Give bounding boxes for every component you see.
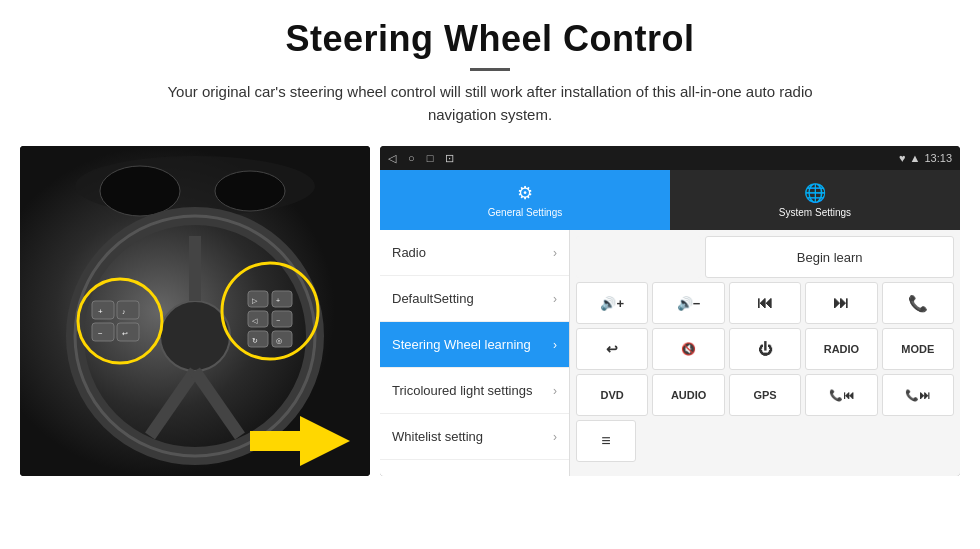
- time-display: 13:13: [924, 152, 952, 164]
- menu-default-label: DefaultSetting: [392, 291, 474, 306]
- menu-nav-icon[interactable]: ⊡: [445, 152, 454, 165]
- dvd-button[interactable]: DVD: [576, 374, 648, 416]
- back-icon: ↩: [606, 341, 618, 357]
- svg-text:−: −: [276, 317, 280, 324]
- vol-down-button[interactable]: 🔊−: [652, 282, 724, 324]
- menu-list: Radio › DefaultSetting › Steering Wheel …: [380, 230, 570, 476]
- grid-row-1: 🔊+ 🔊− ⏮ ⏭ 📞: [576, 282, 954, 324]
- svg-text:+: +: [276, 297, 280, 304]
- gps-label: GPS: [753, 389, 776, 401]
- tab-general-settings[interactable]: ⚙ General Settings: [380, 170, 670, 230]
- content-section: + − ♪ ↩ ▷ + ◁ − ↻ ◎: [0, 136, 980, 549]
- menu-whitelist-label: Whitelist setting: [392, 429, 483, 444]
- radio-button[interactable]: RADIO: [805, 328, 877, 370]
- page-title: Steering Wheel Control: [60, 18, 920, 60]
- vol-up-button[interactable]: 🔊+: [576, 282, 648, 324]
- gps-button[interactable]: GPS: [729, 374, 801, 416]
- menu-item-tricoloured[interactable]: Tricoloured light settings ›: [380, 368, 569, 414]
- main-content: Radio › DefaultSetting › Steering Wheel …: [380, 230, 960, 476]
- mode-button[interactable]: MODE: [882, 328, 954, 370]
- svg-rect-22: [248, 311, 268, 327]
- tab-system-settings[interactable]: 🌐 System Settings: [670, 170, 960, 230]
- svg-rect-21: [272, 291, 292, 307]
- android-panel: ◁ ○ □ ⊡ ♥ ▲ 13:13 ⚙ General Settings: [380, 146, 960, 476]
- audio-label: AUDIO: [671, 389, 706, 401]
- recents-nav-icon[interactable]: □: [427, 152, 434, 164]
- svg-point-6: [160, 301, 230, 371]
- svg-text:↩: ↩: [122, 330, 128, 337]
- signal-icon: ♥: [899, 152, 906, 164]
- back-button[interactable]: ↩: [576, 328, 648, 370]
- svg-rect-20: [248, 291, 268, 307]
- radio-label: RADIO: [824, 343, 859, 355]
- title-divider: [470, 68, 510, 71]
- call-prev-icon: 📞⏮: [829, 389, 854, 402]
- back-nav-icon[interactable]: ◁: [388, 152, 396, 165]
- next-button[interactable]: ⏭: [805, 282, 877, 324]
- home-nav-icon[interactable]: ○: [408, 152, 415, 164]
- call-prev-button[interactable]: 📞⏮: [805, 374, 877, 416]
- menu-button[interactable]: ≡: [576, 420, 636, 462]
- prev-button[interactable]: ⏮: [729, 282, 801, 324]
- begin-learn-button[interactable]: Begin learn: [705, 236, 954, 278]
- svg-rect-23: [272, 311, 292, 327]
- menu-tricoloured-label: Tricoloured light settings: [392, 383, 532, 398]
- menu-item-radio[interactable]: Radio ›: [380, 230, 569, 276]
- status-right: ♥ ▲ 13:13: [899, 152, 952, 164]
- svg-rect-14: [117, 323, 139, 341]
- svg-rect-11: [92, 301, 114, 319]
- chevron-right-icon: ›: [553, 430, 557, 444]
- svg-text:◎: ◎: [276, 337, 282, 344]
- steering-wheel-image: + − ♪ ↩ ▷ + ◁ − ↻ ◎: [20, 146, 370, 476]
- call-next-icon: 📞⏭: [905, 389, 930, 402]
- menu-steering-label: Steering Wheel learning: [392, 337, 531, 352]
- svg-rect-13: [117, 301, 139, 319]
- dvd-label: DVD: [601, 389, 624, 401]
- svg-rect-25: [272, 331, 292, 347]
- audio-button[interactable]: AUDIO: [652, 374, 724, 416]
- vol-down-icon: 🔊−: [677, 296, 701, 311]
- call-button[interactable]: 📞: [882, 282, 954, 324]
- svg-text:+: +: [98, 307, 103, 316]
- svg-point-3: [215, 171, 285, 211]
- subtitle-text: Your original car's steering wheel contr…: [140, 81, 840, 126]
- general-settings-icon: ⚙: [517, 182, 533, 204]
- svg-rect-24: [248, 331, 268, 347]
- svg-rect-12: [92, 323, 114, 341]
- menu-item-whitelist[interactable]: Whitelist setting ›: [380, 414, 569, 460]
- menu-item-steering-wheel[interactable]: Steering Wheel learning ›: [380, 322, 569, 368]
- call-next-button[interactable]: 📞⏭: [882, 374, 954, 416]
- empty-slot: [576, 236, 701, 278]
- menu-item-default-setting[interactable]: DefaultSetting ›: [380, 276, 569, 322]
- system-settings-icon: 🌐: [804, 182, 826, 204]
- status-nav-icons: ◁ ○ □ ⊡: [388, 152, 454, 165]
- chevron-right-icon: ›: [553, 246, 557, 260]
- mode-label: MODE: [901, 343, 934, 355]
- mute-button[interactable]: 🔇: [652, 328, 724, 370]
- svg-rect-33: [250, 431, 302, 451]
- svg-text:♪: ♪: [122, 308, 126, 315]
- button-grid: Begin learn 🔊+ 🔊− ⏮: [570, 230, 960, 476]
- tab-system-label: System Settings: [779, 207, 851, 218]
- wifi-icon: ▲: [910, 152, 921, 164]
- grid-row-2: ↩ 🔇 ⏻ RADIO MODE: [576, 328, 954, 370]
- mute-icon: 🔇: [681, 342, 696, 356]
- svg-text:↻: ↻: [252, 337, 258, 344]
- tab-general-label: General Settings: [488, 207, 563, 218]
- power-icon: ⏻: [758, 341, 772, 357]
- grid-row-4: ≡: [576, 420, 954, 462]
- top-tabs: ⚙ General Settings 🌐 System Settings: [380, 170, 960, 230]
- next-icon: ⏭: [833, 294, 849, 312]
- grid-row-3: DVD AUDIO GPS 📞⏮ 📞⏭: [576, 374, 954, 416]
- status-bar: ◁ ○ □ ⊡ ♥ ▲ 13:13: [380, 146, 960, 170]
- chevron-right-icon: ›: [553, 338, 557, 352]
- prev-icon: ⏮: [757, 294, 773, 312]
- power-button[interactable]: ⏻: [729, 328, 801, 370]
- svg-text:−: −: [98, 329, 103, 338]
- vol-up-icon: 🔊+: [600, 296, 624, 311]
- call-icon: 📞: [908, 294, 928, 313]
- menu-icon: ≡: [601, 432, 610, 450]
- svg-point-2: [100, 166, 180, 216]
- grid-row-0: Begin learn: [576, 236, 954, 278]
- menu-radio-label: Radio: [392, 245, 426, 260]
